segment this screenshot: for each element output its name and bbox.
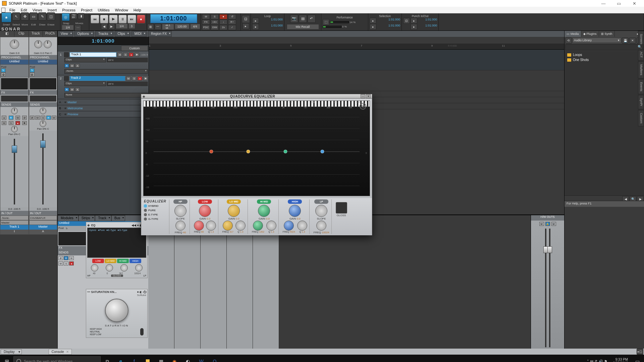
saturation-knob[interactable] xyxy=(105,299,128,322)
himid-tag[interactable]: HI MID xyxy=(257,199,271,204)
send-knob-1[interactable] xyxy=(11,108,18,114)
browser-tab-plugins[interactable]: ◆ PlugIns xyxy=(581,31,599,37)
track-2-fx[interactable]: ⊘ FX xyxy=(107,81,148,86)
snap-more[interactable]: ⋯ xyxy=(74,25,81,31)
browser-location-combo[interactable]: Audio Library xyxy=(573,38,621,43)
low-gain-knob[interactable] xyxy=(199,205,211,217)
start-button[interactable]: ⊞ xyxy=(0,355,13,362)
lp-freq-knob[interactable] xyxy=(316,221,326,231)
fader-1[interactable] xyxy=(14,139,15,204)
tv-regionfx-menu[interactable]: Region FX xyxy=(148,31,172,37)
send-knob-2[interactable] xyxy=(40,108,46,114)
input-combo-2[interactable]: CrtvSBAFLR xyxy=(29,216,57,220)
pro-arm[interactable]: ● xyxy=(69,261,74,265)
bus-header-a[interactable]: A≡Master-100.5 xyxy=(58,99,149,105)
track-2-mute[interactable]: M xyxy=(126,76,131,80)
erase-tool-button[interactable]: ◫ xyxy=(47,12,55,20)
eq-k4[interactable] xyxy=(135,264,143,272)
taskbar-clock[interactable]: 9:33 PM3/25/2016 xyxy=(610,358,631,362)
read-2[interactable]: R xyxy=(46,116,51,120)
eq-k2[interactable] xyxy=(106,264,113,272)
punch-to-time[interactable]: 1:01:000 xyxy=(418,24,437,30)
lp-tag[interactable]: LP xyxy=(314,199,328,204)
eq-plot-area[interactable]: +18 +12 +6 00 -6 -12 -18 20501002005001k… xyxy=(154,110,360,192)
ffwd-button[interactable]: ⏭ xyxy=(127,15,136,23)
snap-res-3[interactable]: 3 xyxy=(128,23,135,29)
taskbar-app1[interactable]: ▦ xyxy=(154,355,168,362)
inspector-tab-track[interactable]: Track xyxy=(29,31,43,37)
play-button[interactable]: ▶ xyxy=(109,15,118,23)
phase-2[interactable]: Ø xyxy=(30,116,35,120)
high-freq-knob[interactable] xyxy=(284,221,294,231)
display-menu[interactable]: Display xyxy=(1,349,22,354)
eq-mini-display-1[interactable] xyxy=(1,78,28,89)
select-tool-button[interactable]: ↖ xyxy=(12,12,20,20)
sat-mode-switch[interactable] xyxy=(140,328,144,336)
dim-button[interactable]: DIM xyxy=(211,25,219,30)
in-button[interactable]: ↓ xyxy=(219,19,227,25)
punch-from-time[interactable]: 1:01:000 xyxy=(418,18,437,24)
rewind-button[interactable]: ⏮ xyxy=(91,15,99,23)
pro-solo[interactable]: S xyxy=(64,261,68,265)
console-track-menu[interactable]: Track xyxy=(95,215,111,221)
himid-freq-knob[interactable] xyxy=(253,221,263,231)
track-1-aux[interactable]: A xyxy=(75,64,80,68)
tempo-display[interactable]: 120.00 xyxy=(175,24,190,29)
bus-header-b[interactable]: B≡Metronome xyxy=(58,105,149,111)
screenshot-button[interactable]: 📷 xyxy=(290,15,298,23)
browser-file-list[interactable]: Loops One Shots xyxy=(565,51,644,195)
sub-name-2[interactable]: A xyxy=(29,230,57,234)
eq-band-high[interactable]: HIGH xyxy=(129,259,141,263)
menu-file[interactable]: File xyxy=(7,7,18,13)
eq-win-min[interactable]: — xyxy=(361,94,365,98)
menu-views[interactable]: Views xyxy=(30,7,45,13)
menu-edit[interactable]: Edit xyxy=(18,7,30,13)
console-strips-menu[interactable]: Strips xyxy=(78,215,95,221)
eq-graph[interactable]: C1C2C3C4C5C6C7C8C9C10 ⏻ +18 +12 +6 00 -6… xyxy=(143,101,370,196)
eq-module-graph[interactable]: Hybrid●Pure●E-Type●G-Type xyxy=(87,228,146,258)
track-2-lane[interactable] xyxy=(149,70,564,91)
snap-to-button[interactable]: TOBY xyxy=(70,13,77,19)
gain-knob-2[interactable] xyxy=(34,40,42,48)
menu-help[interactable]: Help xyxy=(131,7,144,13)
route-name-2[interactable]: Master xyxy=(29,225,57,230)
taskbar-word[interactable]: W xyxy=(195,355,208,362)
input-combo-1[interactable]: -None- xyxy=(0,216,29,220)
minimize-button[interactable]: — xyxy=(596,0,611,7)
hp-freq-knob[interactable] xyxy=(175,221,185,231)
eq-type-pure[interactable]: PURE xyxy=(144,209,166,212)
track-2-arm[interactable]: ● xyxy=(138,76,142,80)
undo-button[interactable]: ↶ xyxy=(308,15,316,23)
power-toggle-1[interactable]: ⏻ xyxy=(1,72,6,76)
tv-clips-menu[interactable]: Clips xyxy=(115,31,130,37)
sel-to-time[interactable]: 1:01:000 xyxy=(377,24,400,30)
console-bus-menu[interactable]: Bus xyxy=(111,215,125,221)
sel-set-from[interactable]: ▸ xyxy=(370,18,376,24)
arm-all-button[interactable]: ● xyxy=(219,14,227,19)
write-1[interactable]: W xyxy=(15,116,20,120)
track-1-write[interactable]: W xyxy=(70,64,74,68)
ok-button[interactable]: ✓ xyxy=(228,25,236,30)
reset-button[interactable]: ↺ xyxy=(228,14,236,19)
tv-tracks-menu[interactable]: Tracks xyxy=(95,31,113,37)
gain-knob-1[interactable] xyxy=(10,40,19,49)
mute-2[interactable]: M xyxy=(35,116,40,120)
auto-punch-button[interactable]: ⊡ xyxy=(242,15,250,23)
taskbar-edge[interactable]: e xyxy=(114,355,127,362)
eq-band-himid[interactable]: HI MID xyxy=(117,259,129,263)
2x-button[interactable]: 2x xyxy=(219,25,227,30)
track-1-fx[interactable]: ⊘ FX xyxy=(107,58,148,62)
pan-knob-1[interactable] xyxy=(11,126,18,132)
input-echo-1[interactable]: ▶ xyxy=(22,121,27,125)
punch-set-from[interactable]: ▸ xyxy=(411,18,417,24)
low-freq-knob[interactable] xyxy=(194,221,204,231)
inspector-tab-clip[interactable]: Clip xyxy=(14,31,29,37)
eq-power-button[interactable]: ⏻ xyxy=(360,103,366,110)
tv-midi-menu[interactable]: MIDI xyxy=(131,31,147,37)
time-ruler[interactable]: 1 3 5 7 9 9:4:000 11 xyxy=(149,44,564,50)
fader-2[interactable] xyxy=(42,133,44,204)
post-toggle-2[interactable]: ↻ xyxy=(30,68,35,72)
gloss-button[interactable] xyxy=(336,202,347,214)
snap-button[interactable]: ◎ xyxy=(62,13,70,21)
browser-search-input[interactable]: 🔍 xyxy=(565,44,643,50)
